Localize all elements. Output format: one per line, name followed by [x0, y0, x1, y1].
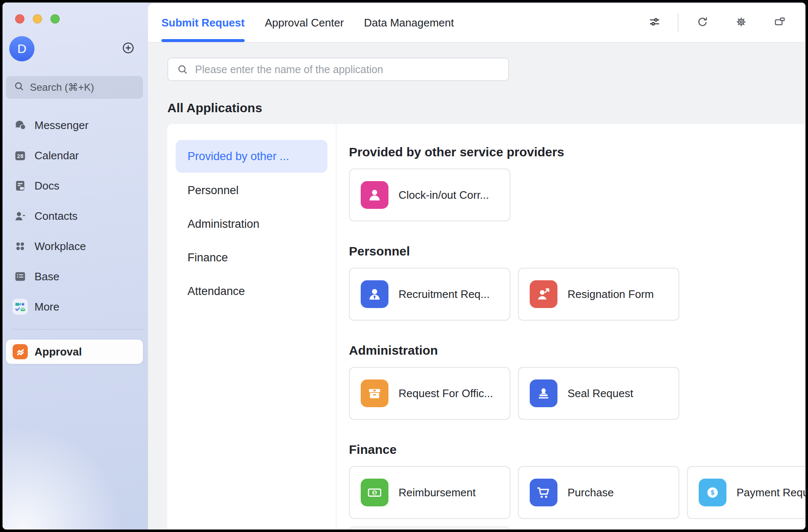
section-heading: Finance: [349, 442, 805, 458]
category-item-attendance[interactable]: Attendance: [167, 274, 336, 308]
app-card-request-for-offic[interactable]: Request For Offic...: [349, 367, 510, 420]
tab-submit-request[interactable]: Submit Request: [161, 3, 245, 42]
svg-text:28: 28: [17, 153, 24, 159]
sidebar-divider: [13, 329, 144, 329]
app-card-label: Resignation Form: [568, 288, 654, 301]
app-card-purchase[interactable]: Purchase: [518, 466, 679, 519]
category-item-finance[interactable]: Finance: [167, 241, 336, 274]
app-card-resignation-form[interactable]: Resignation Form: [518, 268, 679, 321]
sidebar-nav: Messenger28CalendarDocsContactsWorkplace…: [3, 110, 148, 322]
sidebar-item-label: Docs: [34, 179, 59, 192]
close-window-button[interactable]: [15, 14, 24, 24]
app-card-recruitment-req[interactable]: Recruitment Req...: [349, 268, 510, 321]
contacts-icon: [13, 209, 28, 223]
card-row: $ReimbursementPurchase$Payment Request: [349, 466, 805, 519]
card-row: [349, 527, 805, 529]
settings-gear-icon: [735, 16, 747, 30]
section-heading: Administration: [349, 342, 805, 358]
popout-window-icon: [774, 16, 786, 30]
dollar-coin-icon: $: [699, 479, 726, 506]
sidebar-item-docs[interactable]: Docs: [3, 171, 148, 201]
filter-button[interactable]: [647, 16, 662, 30]
category-item-personnel[interactable]: Personnel: [167, 174, 336, 207]
popout-button[interactable]: [773, 16, 787, 30]
sidebar-item-label: More: [34, 300, 59, 313]
settings-button[interactable]: [734, 16, 748, 30]
avatar[interactable]: D: [9, 36, 34, 61]
toolbar-actions: [647, 13, 787, 32]
app-card-label: Clock-in/out Corr...: [399, 189, 489, 202]
sidebar-item-workplace[interactable]: Workplace: [3, 231, 148, 261]
plus-icon: [121, 41, 135, 56]
section-administration: AdministrationRequest For Offic...Seal R…: [349, 342, 805, 420]
category-item-provided-by-other[interactable]: Provided by other ...: [176, 140, 327, 173]
section-finance: Finance$ReimbursementPurchase$Payment Re…: [349, 442, 805, 529]
app-card-label: Payment Request: [737, 486, 805, 499]
applications-panel: Provided by other ...PersonnelAdministra…: [167, 124, 805, 529]
messenger-icon: [13, 119, 28, 132]
sidebar-item-more[interactable]: More: [3, 292, 148, 322]
refresh-button[interactable]: [695, 16, 710, 30]
person-tie-icon: [361, 280, 388, 308]
main-area: Submit RequestApproval CenterData Manage…: [148, 3, 805, 529]
minimize-window-button[interactable]: [33, 14, 42, 24]
app-search-box: [167, 58, 509, 81]
svg-text:$: $: [373, 490, 376, 495]
docs-icon: [13, 179, 28, 192]
refresh-icon: [696, 16, 709, 30]
app-card-label: Recruitment Req...: [399, 288, 490, 301]
sidebar-item-approval[interactable]: Approval: [6, 340, 143, 364]
workplace-icon: [13, 240, 28, 253]
app-card-label: Purchase: [568, 486, 614, 499]
page-title: All Applications: [167, 100, 805, 116]
content: All Applications Provided by other ...Pe…: [148, 42, 805, 529]
app-card-payment-request[interactable]: $Payment Request: [687, 466, 805, 519]
section-heading: Personnel: [349, 243, 805, 259]
app-card-label: Seal Request: [568, 387, 633, 400]
more-icon: [13, 299, 28, 315]
zoom-window-button[interactable]: [50, 14, 60, 24]
add-button[interactable]: [121, 42, 135, 56]
sidebar-item-label: Contacts: [34, 210, 78, 223]
sidebar-item-messenger[interactable]: Messenger: [3, 110, 148, 140]
section-personnel: PersonnelRecruitment Req...Resignation F…: [349, 243, 805, 321]
sidebar-item-label: Calendar: [34, 149, 79, 162]
tab-approval-center[interactable]: Approval Center: [265, 3, 344, 42]
category-list: Provided by other ...PersonnelAdministra…: [167, 124, 336, 529]
top-bar: Submit RequestApproval CenterData Manage…: [148, 3, 805, 42]
supplies-box-icon: [361, 379, 388, 407]
dollar-bill-icon: $: [361, 479, 388, 506]
toolbar-divider: [678, 13, 679, 32]
search-icon: [177, 63, 188, 75]
search-input[interactable]: Search (⌘+K): [6, 76, 143, 99]
approval-icon: [13, 344, 28, 359]
window-controls: [3, 3, 148, 24]
filter-sliders-icon: [648, 16, 661, 30]
app-search-input[interactable]: [194, 63, 499, 76]
sidebar-item-label: Approval: [34, 345, 82, 358]
section-provided-by-other-service-providers: Provided by other service providersClock…: [349, 144, 805, 221]
stamp-icon: [530, 379, 557, 407]
app-card-reimbursement[interactable]: $Reimbursement: [349, 466, 510, 519]
app-card-label: Reimbursement: [399, 486, 476, 499]
svg-text:$: $: [710, 489, 715, 496]
sidebar-item-label: Messenger: [34, 119, 89, 132]
sidebar-item-contacts[interactable]: Contacts: [3, 201, 148, 231]
app-window: D Search (⌘+K) Messenger28CalendarDocsCo…: [3, 3, 805, 529]
app-card-partial[interactable]: [349, 527, 510, 529]
cart-icon: [530, 479, 557, 506]
card-row: Request For Offic...Seal Request: [349, 367, 805, 420]
person-leave-icon: [530, 280, 557, 308]
app-card-seal-request[interactable]: Seal Request: [518, 367, 679, 420]
category-item-administration[interactable]: Administration: [167, 207, 336, 241]
app-card-clock-in-out-corr[interactable]: Clock-in/out Corr...: [349, 169, 510, 221]
app-card-label: Request For Offic...: [399, 387, 493, 400]
search-icon: [13, 81, 24, 94]
sidebar-item-calendar[interactable]: 28Calendar: [3, 140, 148, 171]
applications-area: Provided by other service providersClock…: [336, 124, 805, 529]
tab-bar: Submit RequestApproval CenterData Manage…: [161, 3, 454, 42]
card-row: Recruitment Req...Resignation Form: [349, 268, 805, 321]
sidebar-item-label: Workplace: [34, 240, 86, 253]
sidebar-item-base[interactable]: Base: [3, 261, 148, 292]
tab-data-management[interactable]: Data Management: [364, 3, 454, 42]
